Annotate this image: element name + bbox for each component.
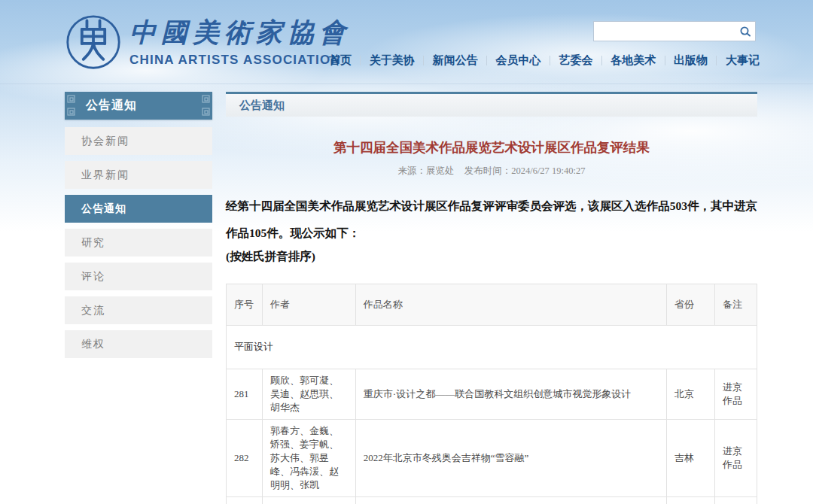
col-header-note: 备注: [715, 284, 757, 325]
nav-separator: [360, 56, 361, 65]
sidebar-item-exchange[interactable]: 交流: [65, 296, 212, 324]
table-row: 281 顾欣、郭可凝、吴迪、赵思琪、胡华杰 重庆市·设计之都——联合国教科文组织…: [227, 369, 757, 419]
nav-item-committees[interactable]: 艺委会: [559, 53, 592, 68]
nav-item-about[interactable]: 关于美协: [370, 53, 415, 68]
table-section-row: 平面设计: [227, 325, 757, 369]
sidebar-item-commentary[interactable]: 评论: [65, 263, 212, 290]
fret-ornament-icon: [66, 94, 78, 117]
section-label: 平面设计: [227, 325, 757, 369]
sidebar-item-announcements[interactable]: 公告通知: [65, 195, 212, 223]
cell-province: 吉林: [667, 496, 715, 504]
cell-note: 进京作品: [715, 369, 757, 419]
table-header-row: 序号 作者 作品名称 省份 备注: [227, 284, 757, 325]
article-paragraph: 经第十四届全国美术作品展览艺术设计展区作品复评评审委员会评选，该展区入选作品50…: [226, 193, 757, 247]
site-header: 中國美術家協會 CHINA ARTISTS ASSOCIATION 首页 关于美…: [0, 0, 813, 84]
search-box: [593, 21, 756, 41]
sidebar-item-association-news[interactable]: 协会新闻: [65, 127, 212, 155]
cell-province: 吉林: [667, 419, 715, 496]
sidebar-item-industry-news[interactable]: 业界新闻: [65, 161, 212, 189]
col-header-province: 省份: [667, 284, 715, 325]
breadcrumb: 公告通知: [226, 92, 757, 117]
logo-title-cn: 中國美術家協會: [129, 15, 351, 50]
nav-item-members[interactable]: 会员中心: [496, 53, 541, 68]
cell-note: 进京作品: [715, 419, 757, 496]
logo-title-en: CHINA ARTISTS ASSOCIATION: [129, 53, 351, 68]
cell-province: 北京: [667, 369, 715, 419]
sidebar-title-label: 公告通知: [86, 98, 137, 114]
article-title: 第十四届全国美术作品展览艺术设计展区作品复评结果: [226, 138, 757, 156]
cell-note: [715, 496, 757, 504]
site-logo[interactable]: 中國美術家協會 CHINA ARTISTS ASSOCIATION: [65, 14, 351, 71]
fret-ornament-icon: [199, 94, 211, 117]
sidebar-title: 公告通知: [65, 92, 212, 120]
sidebar-item-research[interactable]: 研究: [65, 229, 212, 257]
search-icon: [739, 26, 751, 38]
search-input[interactable]: [594, 22, 735, 41]
cell-work: 重庆市·设计之都——联合国教科文组织创意城市视觉形象设计: [355, 369, 666, 419]
col-header-work: 作品名称: [355, 284, 666, 325]
nav-item-publications[interactable]: 出版物: [674, 53, 708, 68]
nav-separator: [716, 56, 717, 65]
cell-no: 283: [227, 496, 263, 504]
nav-item-chronicle[interactable]: 大事记: [726, 53, 760, 68]
nav-item-regional-art[interactable]: 各地美术: [611, 53, 656, 68]
col-header-authors: 作者: [262, 284, 355, 325]
cell-no: 282: [227, 419, 263, 496]
results-table: 序号 作者 作品名称 省份 备注 平面设计 281 顾欣、郭可凝、吴迪、赵思琪、…: [226, 284, 757, 504]
logo-text: 中國美術家協會 CHINA ARTISTS ASSOCIATION: [129, 14, 351, 68]
main-content: 公告通知 第十四届全国美术作品展览艺术设计展区作品复评结果 来源：展览处 发布时…: [226, 92, 757, 504]
article-publish-time: 发布时间：2024/6/27 19:40:27: [464, 165, 586, 176]
nav-item-home[interactable]: 首页: [329, 53, 352, 68]
nav-item-news[interactable]: 新闻公告: [433, 53, 478, 68]
main-nav: 首页 关于美协 新闻公告 会员中心 艺委会 各地美术 出版物 大事记: [329, 53, 760, 68]
cell-work: 2022年北京市冬残奥会吉祥物“雪容融”: [355, 419, 666, 496]
sidebar-menu: 协会新闻 业界新闻 公告通知 研究 评论 交流 维权: [65, 127, 212, 358]
col-header-no: 序号: [227, 284, 263, 325]
cell-no: 281: [227, 369, 263, 419]
cell-work: 吉林当代艺术馆——视觉识别系统设计: [355, 496, 666, 504]
cell-authors: 郭书、沈本强: [262, 496, 355, 504]
sidebar: 公告通知 协会新闻 业界新闻 公告通知 研究 评论 交流 维权: [65, 92, 212, 364]
sort-note: (按姓氏拼音排序): [226, 249, 757, 265]
association-seal-icon: [65, 14, 122, 71]
nav-separator: [601, 56, 602, 65]
table-row: 282 郭春方、金巍、矫强、姜宇帆、苏大伟、郭昱峰、冯犇湲、赵明明、张凯 202…: [227, 419, 757, 496]
nav-separator: [423, 56, 424, 65]
cell-authors: 郭春方、金巍、矫强、姜宇帆、苏大伟、郭昱峰、冯犇湲、赵明明、张凯: [262, 419, 355, 496]
article-meta: 来源：展览处 发布时间：2024/6/27 19:40:27: [226, 165, 757, 178]
sidebar-item-rights[interactable]: 维权: [65, 330, 212, 358]
nav-separator: [486, 56, 487, 65]
cell-authors: 顾欣、郭可凝、吴迪、赵思琪、胡华杰: [262, 369, 355, 419]
table-row: 283 郭书、沈本强 吉林当代艺术馆——视觉识别系统设计 吉林: [227, 496, 757, 504]
nav-separator: [550, 56, 550, 65]
article-source: 来源：展览处: [398, 165, 455, 176]
search-button[interactable]: [735, 22, 755, 41]
nav-separator: [665, 56, 665, 65]
